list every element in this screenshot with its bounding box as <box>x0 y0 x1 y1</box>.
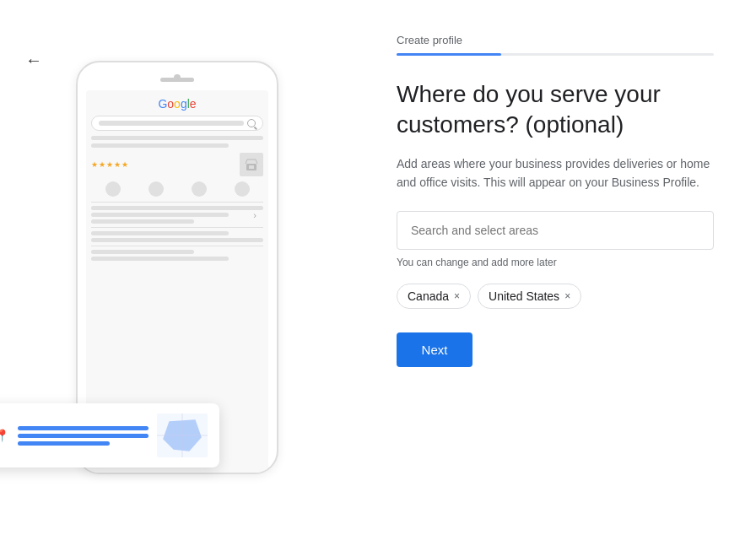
united-states-tag: United States × <box>478 284 581 309</box>
progress-bar-fill <box>397 53 501 56</box>
phone-stars-row: ★ ★ ★ ★ ★ <box>91 153 263 176</box>
progress-section: Create profile <box>397 34 714 56</box>
search-input[interactable] <box>397 211 714 250</box>
phone-action-buttons <box>91 181 263 197</box>
progress-label: Create profile <box>397 34 714 46</box>
map-polygon <box>157 413 208 457</box>
back-button[interactable]: ← <box>25 51 42 70</box>
right-panel: Create profile Where do you serve your c… <box>354 0 756 535</box>
phone-camera <box>174 74 181 81</box>
phone-stars: ★ ★ ★ ★ ★ <box>91 160 128 169</box>
left-panel: ← Google ★ ★ ★ <box>0 0 354 535</box>
phone-search-icon <box>247 119 256 127</box>
canada-tag-remove[interactable]: × <box>454 291 460 301</box>
page-title: Where do you serve your customers? (opti… <box>397 79 714 141</box>
hint-text: You can change and add more later <box>397 257 714 268</box>
phone-chevron-icon: › <box>253 210 256 220</box>
google-logo: Google <box>91 97 263 111</box>
search-input-container <box>397 211 714 250</box>
canada-tag-label: Canada <box>408 289 449 303</box>
phone-search-bar <box>91 116 263 131</box>
tags-row: Canada × United States × <box>397 284 714 309</box>
progress-bar-container <box>397 53 714 56</box>
page-description: Add areas where your business provides d… <box>397 154 714 192</box>
united-states-tag-remove[interactable]: × <box>564 291 570 301</box>
pin-icon: 📍 <box>0 429 9 442</box>
svg-rect-1 <box>249 165 254 169</box>
card-text-lines <box>18 426 148 446</box>
united-states-tag-label: United States <box>489 289 559 303</box>
phone-more-lines <box>91 206 263 224</box>
phone-store-icon <box>240 153 263 176</box>
phone-content-lines <box>91 136 263 148</box>
canada-tag: Canada × <box>397 284 471 309</box>
next-button[interactable]: Next <box>397 332 472 367</box>
floating-card: 📍 <box>0 403 219 467</box>
